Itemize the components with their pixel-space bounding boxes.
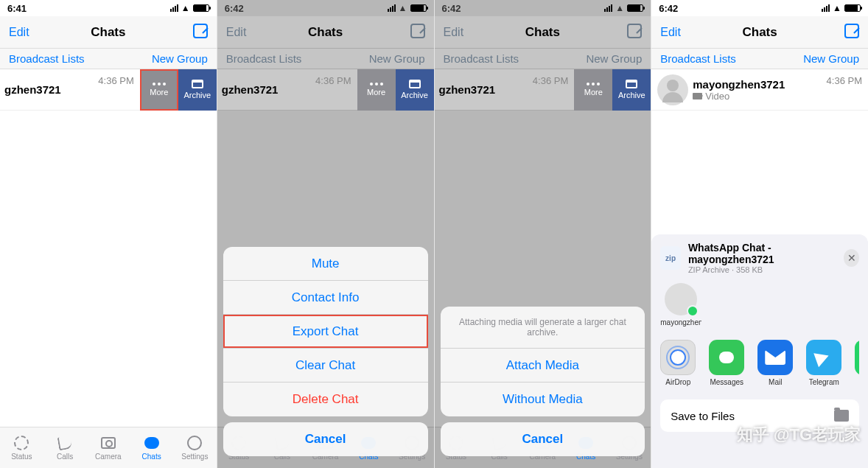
broadcast-lists-link: Broadcast Lists: [444, 52, 519, 65]
nav-bar: Edit Chats: [0, 16, 217, 49]
more-button: More: [357, 69, 396, 111]
chat-name: gzhen3721: [4, 83, 91, 96]
new-group-link: New Group: [586, 52, 642, 65]
status-icon: [14, 436, 29, 450]
sheet-cancel[interactable]: Cancel: [223, 422, 428, 456]
nav-bar: Edit Chats: [217, 16, 434, 49]
signal-icon: [604, 4, 612, 12]
settings-icon: [187, 436, 202, 450]
archive-button: Archive: [612, 69, 651, 111]
compose-icon: [410, 24, 425, 38]
edit-button: Edit: [444, 26, 495, 39]
tab-camera[interactable]: Camera: [87, 427, 130, 468]
camera-icon: [101, 437, 116, 449]
folder-icon: [834, 410, 849, 422]
share-apps-row: AirDrop Messages Mail Telegram W: [660, 335, 859, 395]
edit-button[interactable]: Edit: [9, 26, 60, 39]
sheet-export-chat[interactable]: Export Chat: [223, 315, 428, 349]
signal-icon: [822, 4, 830, 12]
more-button[interactable]: More: [140, 69, 178, 111]
sub-bar: Broadcast Lists New Group: [651, 49, 868, 69]
status-bar: 6:42 ▲: [435, 0, 651, 16]
sheet-delete-chat[interactable]: Delete Chat: [223, 383, 428, 416]
signal-icon: [170, 4, 178, 12]
status-time: 6:41: [7, 3, 27, 14]
chat-name: mayongzhen3721: [693, 78, 819, 91]
chat-time: 4:36 PM: [98, 75, 139, 86]
sheet-cancel[interactable]: Cancel: [441, 422, 645, 456]
sheet-attach-media[interactable]: Attach Media: [441, 349, 645, 383]
status-time: 6:42: [442, 3, 461, 14]
close-button[interactable]: ✕: [844, 249, 859, 267]
edit-button[interactable]: Edit: [660, 26, 712, 39]
sheet-contact-info[interactable]: Contact Info: [223, 281, 428, 315]
sheet-clear-chat[interactable]: Clear Chat: [223, 349, 428, 383]
chat-row[interactable]: mayongzhen3721 Video 4:36 PM: [651, 69, 868, 111]
chat-preview: Video: [693, 91, 819, 102]
nav-title: Chats: [60, 25, 156, 40]
status-time: 6:42: [225, 3, 244, 14]
app-telegram[interactable]: Telegram: [806, 340, 841, 386]
share-contact[interactable]: mayongzhen…: [660, 283, 701, 326]
chat-name: gzhen3721: [222, 83, 308, 96]
tab-chats[interactable]: Chats: [130, 427, 173, 468]
tab-bar: Status Calls Camera Chats Settings: [0, 427, 217, 468]
contact-name: mayongzhen…: [660, 318, 701, 326]
tab-status[interactable]: Status: [0, 427, 43, 468]
battery-icon: [627, 4, 643, 12]
mail-icon: [757, 340, 793, 375]
compose-button: [374, 24, 425, 41]
compose-button: [590, 24, 642, 41]
status-indicators: ▲: [170, 3, 209, 13]
archive-button[interactable]: Archive: [178, 69, 217, 111]
save-to-files-label: Save to Files: [671, 410, 735, 422]
edit-button: Edit: [226, 26, 278, 39]
new-group-link[interactable]: New Group: [803, 52, 859, 65]
new-group-link: New Group: [369, 52, 425, 65]
app-whatsapp[interactable]: W: [855, 340, 859, 386]
contact-avatar: [665, 283, 697, 315]
signal-icon: [388, 4, 396, 12]
whatsapp-icon: [855, 340, 859, 375]
chat-row[interactable]: gzhen3721 4:36 PM More Archive: [0, 69, 217, 111]
more-label: More: [150, 88, 168, 97]
tab-settings[interactable]: Settings: [173, 427, 217, 468]
nav-bar: Edit Chats: [651, 16, 868, 49]
archive-icon: [192, 80, 203, 88]
messages-icon: [709, 340, 744, 375]
archive-button: Archive: [396, 69, 434, 111]
more-icon: [153, 83, 166, 85]
archive-label: Archive: [183, 91, 211, 99]
zip-icon: zip: [660, 246, 681, 270]
chat-row: gzhen3721 4:36 PM More Archive: [217, 69, 434, 111]
watermark: 知乎 @TG老玩家: [737, 424, 861, 446]
swipe-actions: More Archive: [140, 69, 217, 111]
chat-time: 4:36 PM: [827, 75, 868, 86]
app-mail[interactable]: Mail: [757, 340, 793, 386]
nav-title: Chats: [495, 25, 591, 40]
pane-3-media-sheet: 6:42 ▲ Edit Chats Broadcast Lists New Gr…: [435, 0, 652, 468]
compose-button[interactable]: [808, 24, 859, 41]
broadcast-lists-link[interactable]: Broadcast Lists: [660, 52, 736, 65]
broadcast-lists-link[interactable]: Broadcast Lists: [9, 52, 85, 65]
share-subtitle: ZIP Archive · 358 KB: [688, 265, 836, 274]
wifi-icon: ▲: [399, 3, 407, 13]
sheet-note: Attaching media will generate a larger c…: [441, 307, 645, 349]
sheet-mute[interactable]: Mute: [223, 247, 428, 281]
status-time: 6:42: [659, 3, 678, 14]
avatar-icon: [657, 74, 688, 105]
new-group-link[interactable]: New Group: [152, 52, 208, 65]
app-messages[interactable]: Messages: [709, 340, 744, 386]
sheet-without-media[interactable]: Without Media: [441, 383, 645, 416]
nav-title: Chats: [712, 25, 808, 40]
compose-button[interactable]: [156, 24, 208, 41]
chat-time: 4:36 PM: [315, 75, 357, 86]
app-airdrop[interactable]: AirDrop: [660, 340, 696, 386]
sub-bar: Broadcast Lists New Group: [217, 49, 434, 69]
wifi-icon: ▲: [615, 3, 624, 13]
broadcast-lists-link: Broadcast Lists: [226, 52, 302, 65]
tab-calls[interactable]: Calls: [43, 427, 87, 468]
action-sheet: Attaching media will generate a larger c…: [441, 307, 645, 462]
status-bar: 6:41 ▲: [0, 0, 217, 16]
battery-icon: [193, 4, 209, 12]
